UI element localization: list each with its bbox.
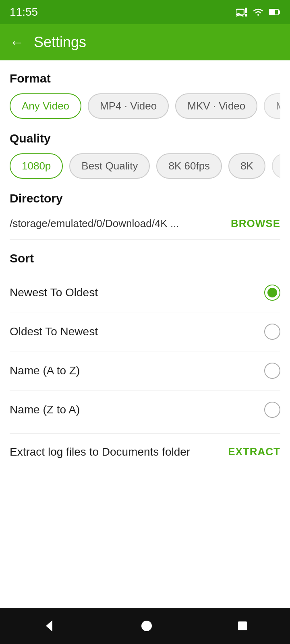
sort-name-z-a[interactable]: Name (Z to A) xyxy=(10,390,280,429)
sort-newest-oldest-radio[interactable] xyxy=(264,285,280,301)
chip-mkv-video[interactable]: MKV · Video xyxy=(175,93,257,119)
sort-oldest-newest-radio[interactable] xyxy=(264,324,280,340)
chip-best-quality[interactable]: Best Quality xyxy=(69,153,150,179)
chip-4k-60fps[interactable]: 4K 60f xyxy=(272,153,280,179)
svg-rect-2 xyxy=(245,14,247,17)
settings-content: Format Any Video MP4 · Video MKV · Video… xyxy=(0,60,290,471)
nav-back-button[interactable] xyxy=(42,619,56,633)
chip-any-video[interactable]: Any Video xyxy=(10,93,81,119)
sort-label: Sort xyxy=(10,252,280,265)
chip-mp4-video[interactable]: MP4 · Video xyxy=(88,93,169,119)
nav-bar xyxy=(0,608,290,644)
directory-section: Directory /storage/emulated/0/Download/4… xyxy=(10,192,280,239)
format-section: Format Any Video MP4 · Video MKV · Video… xyxy=(10,72,280,119)
directory-path: /storage/emulated/0/Download/4K ... xyxy=(10,217,231,230)
quality-label: Quality xyxy=(10,132,280,145)
directory-label: Directory xyxy=(10,192,280,205)
cast-icon xyxy=(236,8,247,17)
status-bar: 11:55 xyxy=(0,0,290,24)
extract-button[interactable]: EXTRACT xyxy=(228,446,280,458)
status-icons xyxy=(236,8,280,17)
directory-row: /storage/emulated/0/Download/4K ... BROW… xyxy=(10,213,280,239)
sort-oldest-newest[interactable]: Oldest To Newest xyxy=(10,312,280,351)
wifi-icon xyxy=(252,8,264,17)
svg-marker-6 xyxy=(46,620,52,632)
svg-rect-8 xyxy=(238,621,247,630)
nav-recents-button[interactable] xyxy=(237,620,248,632)
svg-rect-1 xyxy=(245,8,247,13)
sort-name-z-a-radio[interactable] xyxy=(264,402,280,418)
format-chip-row: Any Video MP4 · Video MKV · Video MP3 · … xyxy=(10,93,280,119)
app-bar-title: Settings xyxy=(34,34,86,51)
format-label: Format xyxy=(10,72,280,85)
svg-rect-5 xyxy=(278,10,280,14)
sort-oldest-newest-label: Oldest To Newest xyxy=(10,325,98,338)
status-time: 11:55 xyxy=(10,6,38,19)
svg-rect-4 xyxy=(269,10,275,14)
extract-section: Extract log files to Documents folder EX… xyxy=(10,433,280,471)
sort-newest-oldest[interactable]: Newest To Oldest xyxy=(10,273,280,312)
sort-section: Sort Newest To Oldest Oldest To Newest N… xyxy=(10,240,280,429)
back-button[interactable]: ← xyxy=(10,34,24,51)
svg-point-7 xyxy=(141,621,152,631)
sort-name-a-z-radio[interactable] xyxy=(264,363,280,379)
sort-name-z-a-label: Name (Z to A) xyxy=(10,403,80,416)
browse-button[interactable]: BROWSE xyxy=(231,217,280,230)
chip-8k[interactable]: 8K xyxy=(228,153,265,179)
quality-chip-row: 1080p Best Quality 8K 60fps 8K 4K 60f xyxy=(10,153,280,179)
quality-section: Quality 1080p Best Quality 8K 60fps 8K 4… xyxy=(10,132,280,179)
chip-1080p[interactable]: 1080p xyxy=(10,153,63,179)
sort-name-a-z-label: Name (A to Z) xyxy=(10,364,80,377)
battery-icon xyxy=(269,8,280,16)
extract-label: Extract log files to Documents folder xyxy=(10,446,190,458)
sort-newest-oldest-label: Newest To Oldest xyxy=(10,286,98,299)
app-bar: ← Settings xyxy=(0,24,290,60)
chip-8k-60fps[interactable]: 8K 60fps xyxy=(156,153,222,179)
nav-home-button[interactable] xyxy=(141,620,153,632)
chip-mp3-audio[interactable]: MP3 · A xyxy=(264,93,280,119)
sort-name-a-z[interactable]: Name (A to Z) xyxy=(10,351,280,390)
